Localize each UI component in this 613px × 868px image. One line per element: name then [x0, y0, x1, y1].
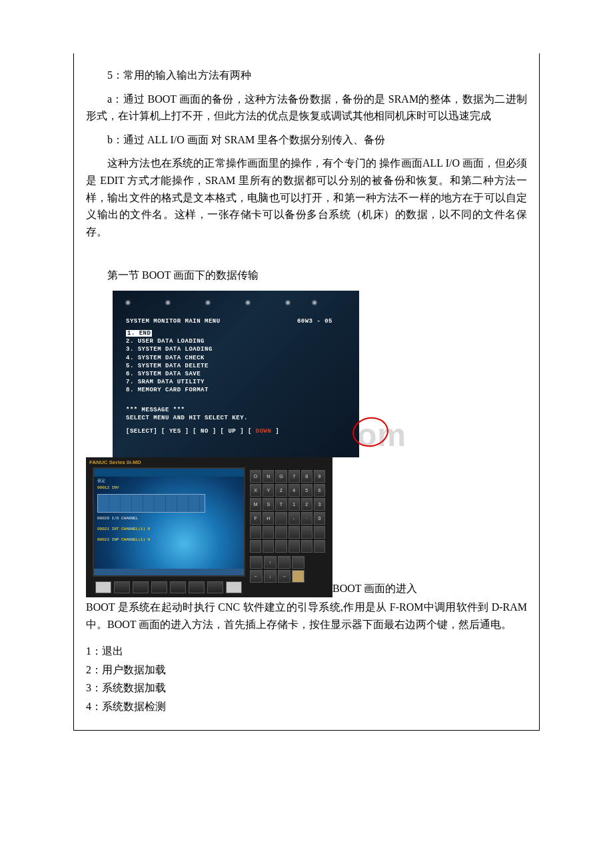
cnc-panel-screenshot: FANUC Series 0i-MD 设定 00012 INV 00020 I/… [86, 457, 332, 597]
key [292, 570, 305, 583]
key: T [275, 498, 287, 511]
screen-line: 00021 INT CHANNEL(1) 0 [97, 526, 150, 533]
key [314, 526, 325, 539]
key: O [250, 470, 261, 483]
key [292, 556, 305, 569]
softkey [170, 581, 186, 593]
menu-item: 6. SYSTEM DATA SAVE [126, 370, 346, 378]
key: X [250, 484, 261, 497]
key: 8 [301, 470, 312, 483]
crt-title: SYSTEM MONITOR MAIN MENU [126, 318, 221, 325]
softkey [207, 581, 223, 593]
list-item: 1：退出 [86, 643, 527, 660]
paragraph: b：通过 ALL I/O 画面 对 SRAM 里各个数据分别传入、备份 [86, 131, 527, 149]
key [314, 540, 325, 553]
key [275, 512, 287, 525]
key: 0 [314, 512, 325, 525]
key: 1 [289, 498, 300, 511]
crt-message-text: SELECT MENU AND HIT SELECT KEY. [126, 414, 346, 422]
key: G [275, 470, 287, 483]
paragraph: a：通过 BOOT 画面的备份，这种方法备份数据，备份的是 SRAM的整体，数据… [86, 91, 527, 125]
key [301, 540, 312, 553]
crt-message-header: *** MESSAGE *** [126, 406, 346, 414]
key: S [263, 498, 274, 511]
softkey-row [95, 581, 245, 593]
softkey-right [226, 581, 242, 593]
menu-item: 5. SYSTEM DATA DELETE [126, 362, 346, 370]
panel-display: 设定 00012 INV 00020 I/O CHANNEL 00021 INT… [93, 467, 245, 577]
key [263, 540, 274, 553]
numbered-list: 1：退出 2：用户数据加载 3：系统数据加载 4：系统数据检测 [86, 643, 527, 715]
key [289, 540, 300, 553]
key: 4 [289, 484, 300, 497]
key: 9 [314, 470, 325, 483]
softkey [151, 581, 167, 593]
key: 7 [289, 470, 300, 483]
screen-line: 00022 INP CHANNEL(1) 0 [97, 537, 150, 543]
screen-table [97, 494, 205, 513]
menu-item: 7. SRAM DATA UTILITY [126, 378, 346, 386]
key: 2 [301, 498, 312, 511]
key: ↓ [264, 570, 277, 583]
key [278, 556, 291, 569]
screen-line: 00020 I/O CHANNEL [97, 515, 138, 522]
key [289, 526, 300, 539]
key [275, 540, 287, 553]
key: 6 [314, 484, 325, 497]
key: ← [250, 570, 263, 583]
key: 5 [301, 484, 312, 497]
menu-item: 3. SYSTEM DATA LOADING [126, 345, 346, 353]
section-heading: 第一节 BOOT 画面下的数据传输 [86, 267, 527, 284]
figure-caption: BOOT 画面的进入 [332, 580, 417, 597]
menu-item: 8. MEMORY CARD FORMAT [126, 386, 346, 394]
key: Y [263, 484, 274, 497]
softkey-left [95, 581, 111, 593]
menu-item: 2. USER DATA LOADING [126, 337, 346, 345]
document-content: 5：常用的输入输出方法有两种 a：通过 BOOT 画面的备份，这种方法备份数据，… [73, 53, 540, 731]
keypad: O N G 7 8 9 X Y Z 4 5 [249, 469, 326, 583]
key: ↑ [264, 556, 277, 569]
key: M [250, 498, 261, 511]
key [250, 540, 261, 553]
paragraph: 这种方法也在系统的正常操作画面里的操作，有个专门的 操作画面ALL I/O 画面… [86, 155, 527, 240]
key: · [301, 512, 312, 525]
key: F [250, 512, 261, 525]
softkey [189, 581, 205, 593]
figure: SYSTEM MONITOR MAIN MENU 60W3 - 05 1. EN… [86, 291, 527, 597]
crt-version: 60W3 - 05 [297, 317, 332, 325]
key [301, 526, 312, 539]
crt-screenshot-boot: SYSTEM MONITOR MAIN MENU 60W3 - 05 1. EN… [113, 291, 359, 457]
softkey [114, 581, 130, 593]
menu-item-end: 1. END [126, 330, 152, 337]
key [250, 556, 263, 569]
key [275, 526, 287, 539]
key: 3 [314, 498, 325, 511]
key: Z [275, 484, 287, 497]
crt-softkey-row: [SELECT] [ YES ] [ NO ] [ UP ] [ DOWN ] [126, 427, 346, 435]
menu-item: 4. SYSTEM DATA CHECK [126, 354, 346, 362]
key: N [263, 470, 274, 483]
key [250, 526, 261, 539]
key: → [278, 570, 291, 583]
key [263, 526, 274, 539]
screen-line: 00012 INV [97, 485, 119, 491]
paragraph: 5：常用的输入输出方法有两种 [86, 67, 527, 84]
screen-line: 设定 [97, 478, 105, 485]
list-item: 4：系统数据检测 [86, 698, 527, 715]
list-item: 2：用户数据加载 [86, 661, 527, 679]
softkey [133, 581, 149, 593]
panel-brand-label: FANUC Series 0i-MD [89, 459, 141, 467]
list-item: 3：系统数据加载 [86, 679, 527, 697]
paragraph: BOOT 是系统在起动时执行 CNC 软件建立的引导系统,作用是从 F-ROM中… [86, 599, 527, 633]
key: H [263, 512, 274, 525]
key: - [289, 512, 300, 525]
